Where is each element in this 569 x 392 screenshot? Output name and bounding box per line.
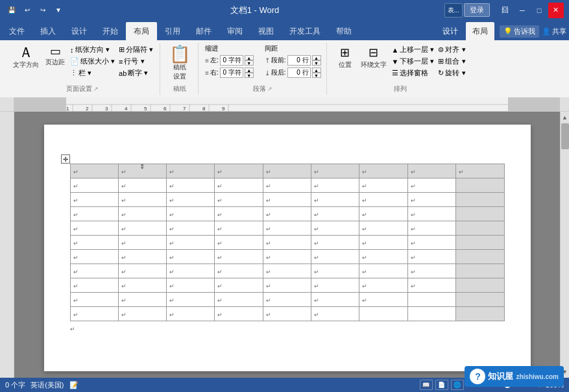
selection-pane-btn[interactable]: ☰ 选择窗格 xyxy=(391,67,436,79)
table-cell[interactable]: ↵ xyxy=(118,250,166,264)
send-backward-btn[interactable]: ▼ 下移一层 ▾ xyxy=(391,56,436,67)
table-cell[interactable]: ↵ xyxy=(167,236,215,250)
indent-right-input[interactable] xyxy=(220,67,243,78)
table-cell[interactable]: ↵ xyxy=(359,207,407,221)
table-cell[interactable]: ↵ xyxy=(263,221,311,236)
table-cell[interactable] xyxy=(456,207,504,221)
table-cell[interactable]: ↵ xyxy=(359,264,407,278)
table-cell[interactable]: ↵ xyxy=(118,307,166,321)
read-view-btn[interactable]: 📖 xyxy=(420,380,433,390)
separator-btn[interactable]: ⊞ 分隔符 ▾ xyxy=(117,44,154,55)
indent-left-up[interactable]: ▲ xyxy=(245,55,254,60)
document-table[interactable]: ↵ ↵ ⇕ ↵ ↵ ↵ ↵ ↵ ↵ ↵ xyxy=(70,164,505,321)
language-indicator[interactable]: 英语(美国) xyxy=(30,380,64,390)
tab-mailings[interactable]: 邮件 xyxy=(188,22,219,40)
table-cell[interactable] xyxy=(456,293,504,307)
table-cell[interactable]: ↵ xyxy=(70,236,118,250)
table-cell[interactable]: ↵ xyxy=(70,193,118,207)
tab-developer[interactable]: 开发工具 xyxy=(282,22,328,40)
table-cell[interactable]: ↵ xyxy=(359,250,407,264)
spacing-before-up[interactable]: ▲ xyxy=(312,55,321,60)
group-btn[interactable]: ⊞ 组合 ▾ xyxy=(437,56,466,67)
col-resize-handle[interactable]: ⇕ xyxy=(139,163,145,170)
page-area[interactable]: ✛ ↵ ↵ ⇕ ↵ ↵ ↵ ↵ ↵ xyxy=(14,112,560,378)
table-cell[interactable]: ↵ xyxy=(167,278,215,293)
table-cell[interactable]: ↵ xyxy=(311,221,359,236)
quick-access-more-btn[interactable]: ▼ xyxy=(52,4,65,17)
position-btn[interactable]: ⊞ 位置 xyxy=(333,44,357,71)
table-cell[interactable]: ↵ xyxy=(215,193,263,207)
paper-size-btn[interactable]: 📄 纸张大小 ▾ xyxy=(69,56,116,67)
tell-me-btn[interactable]: 💡 告诉我 xyxy=(500,25,539,38)
table-cell[interactable]: ↵ xyxy=(263,193,311,207)
table-cell[interactable]: ↵ xyxy=(359,236,407,250)
table-cell[interactable]: ↵ xyxy=(215,293,263,307)
undo-quick-btn[interactable]: ↩ xyxy=(21,4,34,17)
table-cell[interactable]: ↵ xyxy=(70,307,118,321)
spacing-after-down[interactable]: ▼ xyxy=(312,73,321,78)
table-cell[interactable] xyxy=(407,293,455,307)
spacing-after-up[interactable]: ▲ xyxy=(312,67,321,73)
web-view-btn[interactable]: 🌐 xyxy=(451,380,464,390)
table-cell[interactable]: ↵ xyxy=(311,307,359,321)
table-cell[interactable]: ↵ ⇕ xyxy=(118,164,166,178)
text-direction-btn[interactable]: Ａ 文字方向 xyxy=(10,44,42,71)
table-cell[interactable]: ↵ xyxy=(263,178,311,193)
spacing-before-input[interactable] xyxy=(287,55,311,66)
table-cell[interactable]: ↵ xyxy=(70,250,118,264)
save-quick-btn[interactable]: 💾 xyxy=(5,4,18,17)
tab-insert[interactable]: 插入 xyxy=(32,22,64,40)
print-view-btn[interactable]: 📄 xyxy=(435,380,448,390)
spacing-after-input[interactable] xyxy=(287,67,311,78)
table-cell[interactable]: ↵ xyxy=(311,236,359,250)
table-cell[interactable]: ↵ xyxy=(359,178,407,193)
table-cell[interactable]: ↵ xyxy=(407,236,455,250)
tab-table-design[interactable]: 设计 xyxy=(436,22,465,40)
table-cell[interactable]: ↵ xyxy=(215,264,263,278)
table-cell[interactable]: ↵ xyxy=(215,164,263,178)
table-cell[interactable]: ↵ xyxy=(167,193,215,207)
table-cell[interactable]: ↵ xyxy=(359,293,407,307)
table-cell[interactable]: ↵ xyxy=(167,264,215,278)
table-cell[interactable]: ↵ xyxy=(263,164,311,178)
share-btn[interactable]: 👤 共享 xyxy=(542,27,566,36)
table-cell[interactable]: ↵ xyxy=(167,250,215,264)
page-setup-expand-icon[interactable]: ↗ xyxy=(93,86,99,92)
table-cell[interactable]: ↵ xyxy=(167,221,215,236)
table-cell[interactable]: ↵ xyxy=(359,164,407,178)
align-btn[interactable]: ⊜ 对齐 ▾ xyxy=(437,44,466,55)
table-cell[interactable] xyxy=(456,264,504,278)
table-cell[interactable]: ↵ xyxy=(311,264,359,278)
table-cell[interactable]: ↵ xyxy=(407,193,455,207)
table-cell[interactable]: ↵ xyxy=(118,264,166,278)
margins-btn[interactable]: ▭ 页边距 xyxy=(43,44,67,68)
table-cell[interactable]: ↵ xyxy=(263,278,311,293)
table-cell[interactable]: ↵ xyxy=(311,293,359,307)
scroll-track[interactable] xyxy=(561,122,570,367)
table-cell[interactable]: ↵ xyxy=(311,164,359,178)
table-cell[interactable]: ↵ xyxy=(118,221,166,236)
tab-references[interactable]: 引用 xyxy=(157,22,188,40)
table-cell[interactable]: ↵ xyxy=(263,307,311,321)
table-cell[interactable]: ↵ xyxy=(70,207,118,221)
tab-expand-btn[interactable]: 表... xyxy=(444,3,463,18)
table-cell[interactable]: ↵ xyxy=(167,307,215,321)
table-cell[interactable]: ↵ xyxy=(215,221,263,236)
indent-left-input[interactable] xyxy=(220,55,243,66)
table-cell[interactable]: ↵ xyxy=(215,250,263,264)
vertical-scrollbar[interactable]: ▲ ▼ xyxy=(560,112,569,378)
table-cell[interactable]: ↵ xyxy=(70,278,118,293)
table-cell[interactable]: ↵ xyxy=(70,293,118,307)
table-cell[interactable] xyxy=(359,307,407,321)
table-cell[interactable]: ↵ xyxy=(311,207,359,221)
table-cell[interactable]: ↵ xyxy=(407,250,455,264)
table-cell[interactable]: ↵ xyxy=(118,178,166,193)
table-cell[interactable]: ↵ xyxy=(407,207,455,221)
table-cell[interactable] xyxy=(456,278,504,293)
tab-design[interactable]: 设计 xyxy=(64,22,95,40)
window-icon-btn[interactable]: 囧 xyxy=(498,3,513,18)
tab-table-layout[interactable]: 布局 xyxy=(466,22,494,40)
table-cell[interactable] xyxy=(456,236,504,250)
table-cell[interactable]: ↵ xyxy=(311,250,359,264)
table-cell[interactable]: ↵ xyxy=(167,178,215,193)
